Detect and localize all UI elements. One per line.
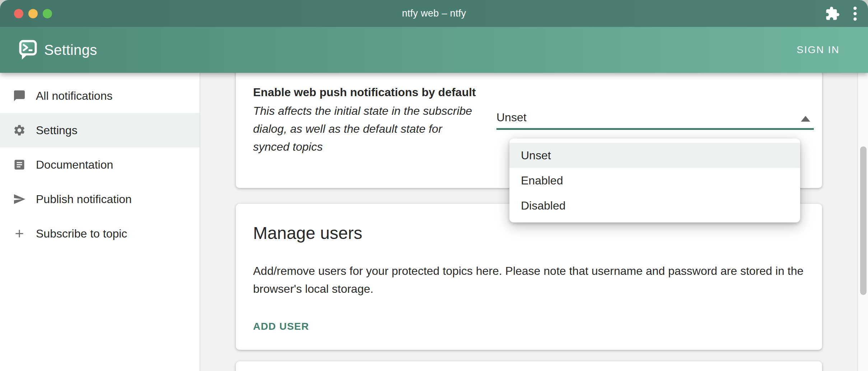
- send-icon: [13, 193, 26, 206]
- web-push-pref-label: Enable web push notifications by default: [253, 85, 476, 99]
- chevron-up-icon: [801, 116, 810, 122]
- minimize-window-button[interactable]: [28, 9, 38, 18]
- sidebar-item-label: Settings: [36, 124, 78, 137]
- web-push-pref-description: This affects the initial state in the su…: [253, 102, 476, 156]
- sidebar-item-settings[interactable]: Settings: [0, 113, 200, 147]
- extensions-puzzle-icon[interactable]: [825, 6, 840, 21]
- sidebar-item-label: All notifications: [36, 89, 112, 103]
- sidebar-nav: All notifications Settings Documentation…: [0, 73, 200, 371]
- browser-window: ntfy web – ntfy S: [0, 0, 868, 371]
- next-card-partial: [236, 361, 822, 371]
- web-push-default-select[interactable]: Unset: [496, 110, 814, 130]
- sidebar-item-label: Documentation: [36, 158, 113, 172]
- gear-icon: [13, 124, 26, 137]
- menu-option-unset[interactable]: Unset: [509, 143, 800, 168]
- plus-icon: [13, 227, 26, 240]
- select-underline: [496, 128, 814, 130]
- manage-users-card: Manage users Add/remove users for your p…: [236, 204, 822, 350]
- select-dropdown-menu: Unset Enabled Disabled: [509, 138, 800, 222]
- maximize-window-button[interactable]: [43, 9, 52, 18]
- window-title: ntfy web – ntfy: [402, 8, 466, 19]
- sidebar-item-all-notifications[interactable]: All notifications: [0, 79, 200, 113]
- close-window-button[interactable]: [14, 9, 23, 18]
- sidebar-item-documentation[interactable]: Documentation: [0, 147, 200, 182]
- scrollbar-thumb[interactable]: [860, 146, 867, 295]
- chat-bubble-icon: [13, 89, 26, 102]
- sidebar-item-publish-notification[interactable]: Publish notification: [0, 182, 200, 216]
- manage-users-description: Add/remove users for your protected topi…: [253, 262, 815, 298]
- app-header: Settings SIGN IN: [0, 27, 868, 73]
- sidebar-item-label: Publish notification: [36, 193, 132, 206]
- select-value: Unset: [496, 110, 814, 125]
- add-user-button[interactable]: ADD USER: [253, 320, 309, 333]
- page-title: Settings: [44, 27, 97, 73]
- browser-menu-kebab-icon[interactable]: [853, 4, 857, 23]
- ntfy-logo-icon: [19, 39, 37, 63]
- window-controls: [14, 9, 52, 18]
- article-icon: [13, 158, 26, 171]
- sign-in-button[interactable]: SIGN IN: [797, 27, 840, 73]
- browser-titlebar: ntfy web – ntfy: [0, 0, 868, 27]
- sidebar-item-subscribe-to-topic[interactable]: Subscribe to topic: [0, 216, 200, 251]
- scrollbar-track[interactable]: [857, 73, 868, 371]
- sidebar-item-label: Subscribe to topic: [36, 227, 127, 240]
- menu-option-enabled[interactable]: Enabled: [509, 168, 800, 193]
- menu-option-disabled[interactable]: Disabled: [509, 193, 800, 218]
- manage-users-title: Manage users: [253, 223, 362, 243]
